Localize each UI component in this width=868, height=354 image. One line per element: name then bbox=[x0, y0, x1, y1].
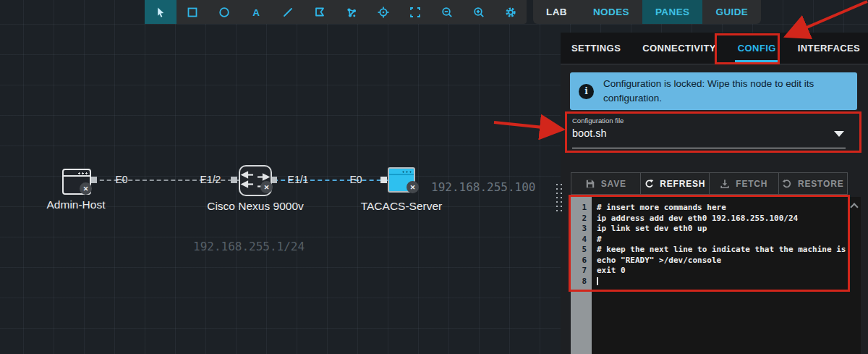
panel-resize-grip[interactable] bbox=[555, 182, 563, 213]
ellipse-tool[interactable] bbox=[208, 0, 240, 24]
annotation-arrow-config-tab bbox=[791, 1, 867, 34]
titlebar-dots-icon bbox=[77, 172, 88, 174]
menu-tab-lab[interactable]: LAB bbox=[533, 0, 580, 24]
line-number: 7 bbox=[571, 266, 592, 277]
config-editor: 12345678 # insert more commands hereip a… bbox=[571, 197, 861, 354]
window-titlebar bbox=[64, 170, 90, 177]
text-icon: A bbox=[250, 6, 263, 19]
interface-label: E0 bbox=[334, 174, 378, 185]
polygon-icon bbox=[313, 6, 326, 19]
refresh-icon bbox=[644, 179, 654, 189]
scroll-up-icon[interactable] bbox=[850, 203, 858, 211]
fit-view-icon bbox=[409, 6, 422, 19]
line-icon bbox=[281, 6, 294, 19]
workbench-menu: LAB NODES PANES GUIDE bbox=[533, 0, 761, 24]
close-icon: ✕ bbox=[83, 185, 89, 193]
line-number: 8 bbox=[571, 277, 592, 287]
disconnect-badge[interactable]: ✕ bbox=[80, 182, 92, 195]
crosshair-icon bbox=[377, 6, 390, 19]
config-action-bar: SAVE REFRESH FETCH RESTORE bbox=[571, 172, 848, 195]
interface-label: E1/2 bbox=[189, 174, 232, 185]
annotation-toolbar: A bbox=[145, 0, 527, 24]
line-tool[interactable] bbox=[272, 0, 304, 24]
link-endpoint bbox=[90, 177, 97, 183]
crosshair-tool[interactable] bbox=[367, 0, 399, 24]
panel-tab-bar: SETTINGS CONNECTIVITY CONFIG INTERFACES bbox=[561, 33, 868, 64]
ip-annotation: 192.168.255.100 bbox=[431, 180, 536, 194]
restore-label: RESTORE bbox=[798, 179, 843, 189]
code-line: exit 0 bbox=[597, 266, 848, 277]
node-label-admin-host: Admin-Host bbox=[14, 198, 137, 211]
ip-annotation: 192.168.255.1/24 bbox=[193, 240, 305, 253]
chevron-down-icon bbox=[834, 131, 844, 137]
titlebar-dots-icon bbox=[401, 171, 412, 173]
text-cursor bbox=[597, 277, 598, 285]
scroll-down-icon[interactable] bbox=[850, 351, 858, 354]
code-line bbox=[597, 277, 848, 287]
restore-button[interactable]: RESTORE bbox=[779, 173, 848, 194]
banner-text: Configuration is locked: Wipe this node … bbox=[603, 77, 842, 106]
fetch-label: FETCH bbox=[736, 179, 767, 189]
line-number: 4 bbox=[571, 235, 592, 245]
tab-config[interactable]: CONFIG bbox=[738, 33, 776, 64]
code-line: # bbox=[597, 235, 848, 245]
info-icon: i bbox=[579, 84, 594, 99]
config-locked-banner: i Configuration is locked: Wipe this nod… bbox=[570, 72, 857, 110]
code-line: # insert more commands here bbox=[597, 203, 848, 214]
settings-tool[interactable] bbox=[495, 0, 527, 24]
line-number: 3 bbox=[571, 224, 592, 235]
save-button[interactable]: SAVE bbox=[571, 173, 641, 194]
tab-settings[interactable]: SETTINGS bbox=[571, 33, 621, 64]
close-icon: ✕ bbox=[410, 184, 416, 191]
zoom-in-tool[interactable] bbox=[463, 0, 495, 24]
zoom-out-tool[interactable] bbox=[431, 0, 463, 24]
ellipse-icon bbox=[218, 6, 231, 19]
text-tool[interactable]: A bbox=[240, 0, 272, 24]
save-label: SAVE bbox=[601, 179, 626, 189]
node-label-tacacs: TACACS-Server bbox=[340, 200, 463, 213]
disconnect-badge[interactable]: ✕ bbox=[407, 181, 419, 193]
polygon-tool[interactable] bbox=[304, 0, 336, 24]
svg-text:A: A bbox=[252, 7, 260, 17]
rectangle-icon bbox=[186, 6, 199, 19]
add-node-tool[interactable] bbox=[336, 0, 367, 24]
editor-vertical-scrollbar bbox=[848, 197, 861, 354]
refresh-label: REFRESH bbox=[660, 179, 705, 189]
gear-icon bbox=[504, 6, 517, 19]
cursor-icon bbox=[154, 6, 167, 19]
menu-tab-nodes[interactable]: NODES bbox=[580, 0, 642, 24]
editor-line-numbers: 12345678 bbox=[571, 197, 592, 354]
node-label-nexus: Cisco Nexus 9000v bbox=[194, 200, 317, 213]
disconnect-badge[interactable]: ✕ bbox=[260, 181, 273, 193]
code-line: ip link set dev eth0 up bbox=[597, 224, 848, 235]
window-titlebar bbox=[389, 169, 414, 175]
select-tool[interactable] bbox=[145, 0, 176, 24]
save-icon bbox=[585, 179, 595, 189]
rectangle-tool[interactable] bbox=[176, 0, 208, 24]
configuration-file-select[interactable]: Configuration file boot.sh bbox=[572, 117, 846, 147]
line-number: 6 bbox=[571, 256, 592, 266]
code-line: # keep the next line to indicate that th… bbox=[597, 245, 848, 256]
menu-tab-panes[interactable]: PANES bbox=[642, 0, 703, 24]
add-node-icon bbox=[345, 6, 358, 19]
select-underline bbox=[572, 148, 846, 149]
tab-interfaces[interactable]: INTERFACES bbox=[798, 33, 860, 64]
restore-icon bbox=[782, 179, 792, 189]
refresh-button[interactable]: REFRESH bbox=[641, 173, 710, 194]
fetch-button[interactable]: FETCH bbox=[710, 173, 779, 194]
configuration-file-label: Configuration file bbox=[572, 117, 846, 125]
node-detail-panel: SETTINGS CONNECTIVITY CONFIG INTERFACES … bbox=[561, 33, 868, 354]
annotation-arrow-config-file bbox=[494, 122, 557, 129]
configuration-file-value: boot.sh bbox=[572, 127, 846, 139]
menu-tab-guide[interactable]: GUIDE bbox=[702, 0, 761, 24]
tab-connectivity[interactable]: CONNECTIVITY bbox=[642, 33, 716, 64]
fit-view-tool[interactable] bbox=[399, 0, 431, 24]
interface-label: E1/1 bbox=[276, 174, 320, 185]
link-endpoint bbox=[380, 177, 387, 183]
line-number: 2 bbox=[571, 214, 592, 224]
cml-workbench: A bbox=[0, 0, 868, 354]
close-icon: ✕ bbox=[264, 184, 270, 191]
zoom-out-icon bbox=[441, 6, 454, 19]
editor-code-area[interactable]: # insert more commands hereip address ad… bbox=[592, 197, 848, 354]
interface-label: E0 bbox=[100, 174, 143, 185]
